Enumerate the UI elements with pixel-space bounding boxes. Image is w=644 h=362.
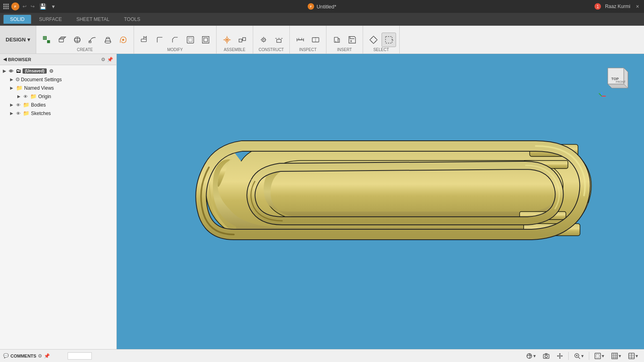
tree-document-settings[interactable]: ⚙ Document Settings [7,75,116,84]
sketches-label: Sketches [31,111,51,116]
insert-btn2[interactable] [345,33,359,47]
root-eye[interactable]: 👁 [9,69,13,74]
press-pull-btn[interactable] [137,33,152,47]
divider1 [568,352,569,360]
units-btn[interactable]: ▾ [625,352,641,360]
save-button[interactable]: 💾 [38,2,48,10]
scale-btn[interactable] [198,33,213,47]
root-layer-icon: 🗂 [16,68,21,74]
bottom-bar: 💬 COMMENTS ⚙ 📌 ▾ ▾ ▾ ▾ [0,349,644,362]
create-section: CREATE [36,26,134,53]
construct-btn1[interactable] [256,33,271,47]
origin-eye[interactable]: 👁 [23,94,28,99]
new-component-btn[interactable] [39,33,54,47]
select-btn[interactable] [382,33,396,47]
chamfer-btn[interactable] [168,33,182,47]
camera-btn[interactable] [540,352,552,360]
units-arrow: ▾ [636,353,638,359]
svg-rect-64 [596,354,599,358]
viewport[interactable]: TOP FRONT [117,54,644,349]
fillet-btn[interactable] [153,33,167,47]
comments-input[interactable] [68,352,92,360]
svg-rect-38 [350,40,352,42]
tab-tools[interactable]: TOOLS [117,14,147,24]
notification-badge[interactable]: 1 [594,3,601,10]
bodies-arrow[interactable] [9,103,14,107]
pan-btn[interactable] [554,352,566,360]
orbit-btn[interactable]: ▾ [523,352,539,360]
insert-btn1[interactable] [330,33,344,47]
design-dropdown[interactable]: DESIGN ▾ [0,26,36,53]
svg-rect-3 [47,40,50,43]
grid-btn[interactable]: ▾ [609,352,624,360]
tree-root[interactable]: 👁 🗂 (Unsaved) ⚙ [0,67,116,75]
document-title: Untitled* [316,4,336,10]
undo-button[interactable]: ↩ [22,3,27,10]
sketches-eye[interactable]: 👁 [16,111,21,116]
bodies-eye[interactable]: 👁 [16,103,21,107]
svg-rect-15 [141,39,147,41]
measure-btn[interactable] [293,33,308,47]
assemble-btn2[interactable] [235,33,250,47]
browser-header: ◀ BROWSER ⚙ 📌 [0,54,116,65]
named-views-arrow[interactable] [9,86,14,90]
inspect-label: INSPECT [299,47,316,52]
browser-pin-btn[interactable]: 📌 [107,57,113,62]
redo-button[interactable]: ↪ [30,3,35,10]
revolve-btn[interactable] [70,33,85,47]
browser-tree: 👁 🗂 (Unsaved) ⚙ ⚙ Document Settings 📁 Na… [0,65,116,349]
view-cube[interactable]: TOP FRONT [596,62,632,98]
shell-btn[interactable] [183,33,198,47]
bodies-folder-icon: 📁 [23,102,29,108]
svg-point-56 [527,354,532,358]
loft-btn[interactable] [101,33,115,47]
doc-settings-arrow[interactable] [9,77,14,82]
doc-icon: F [308,3,314,10]
tree-sketches[interactable]: 👁 📁 Sketches [7,109,116,117]
comments-settings-btn[interactable]: ⚙ [38,353,42,359]
svg-text:FRONT: FRONT [616,80,626,83]
move-btn[interactable] [366,33,381,47]
root-settings-icon[interactable]: ⚙ [49,68,54,74]
root-arrow[interactable] [2,69,7,73]
construct-section: CONSTRUCT [253,26,290,53]
assemble-btn1[interactable] [220,33,234,47]
freeform-btn[interactable] [116,33,130,47]
tree-named-views[interactable]: 📁 Named Views [7,84,116,92]
svg-rect-4 [59,39,64,42]
named-views-label: Named Views [24,85,54,91]
divider2 [589,352,589,360]
design-label: DESIGN [6,37,26,43]
extrude-btn[interactable] [55,33,69,47]
tab-solid[interactable]: SOLID [3,14,31,24]
sweep-btn[interactable] [85,33,100,47]
modify-label: MODIFY [167,47,183,52]
zoom-btn[interactable]: ▾ [571,352,586,360]
browser-title: ◀ BROWSER [3,57,31,62]
insert-label: INSERT [337,47,352,52]
tab-sheet-metal[interactable]: SHEET METAL [70,14,116,24]
named-views-icon: 📁 [16,85,23,91]
svg-rect-25 [243,37,246,40]
display-btn[interactable]: ▾ [592,352,607,360]
insert-section: INSERT [326,26,363,53]
browser-settings-btn[interactable]: ⚙ [101,57,105,62]
collapse-browser-icon[interactable]: ◀ [3,57,6,62]
comments-expand-btn[interactable]: 📌 [44,353,50,359]
grid-arrow: ▾ [619,353,621,359]
origin-arrow[interactable] [16,94,22,99]
tab-surface[interactable]: SURFACE [32,14,69,24]
tree-bodies[interactable]: 👁 📁 Bodies [7,101,116,109]
options-button[interactable]: ▾ [50,2,56,10]
svg-rect-69 [612,353,617,359]
section-analysis-btn[interactable] [308,33,323,47]
doc-settings-label: Document Settings [21,77,62,82]
tree-origin[interactable]: 👁 📁 Origin [14,92,116,101]
sketches-arrow[interactable] [9,111,14,115]
construct-btn2[interactable] [272,33,286,47]
svg-point-10 [105,41,111,43]
title-bar-center: F Untitled* [308,3,336,10]
app-grid-icon[interactable] [3,4,9,9]
close-button[interactable]: × [634,2,641,10]
origin-label: Origin [38,94,51,99]
